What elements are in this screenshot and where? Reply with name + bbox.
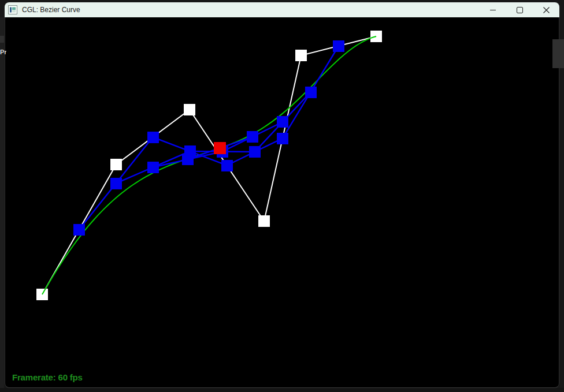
minimize-button[interactable] bbox=[480, 2, 506, 17]
decasteljau-point bbox=[277, 133, 288, 144]
decasteljau-point bbox=[333, 40, 344, 52]
control-point[interactable] bbox=[258, 215, 270, 227]
app-window-icon bbox=[8, 5, 17, 14]
app-window: CGL: Bezier Curve Framerate: 60 fps bbox=[5, 2, 559, 388]
minimize-icon bbox=[490, 10, 496, 10]
decasteljau-point bbox=[249, 146, 261, 158]
control-polygon-line bbox=[42, 36, 376, 294]
titlebar[interactable]: CGL: Bezier Curve bbox=[5, 2, 559, 17]
opengl-viewport[interactable]: Framerate: 60 fps bbox=[5, 17, 559, 388]
control-point[interactable] bbox=[110, 159, 122, 170]
decasteljau-point bbox=[221, 160, 233, 171]
bezier-curve bbox=[42, 36, 376, 294]
curve-point bbox=[214, 142, 226, 154]
background-window-tab bbox=[0, 36, 4, 43]
decasteljau-point bbox=[277, 116, 288, 128]
decasteljau-point bbox=[305, 87, 317, 98]
decasteljau-point bbox=[110, 178, 122, 189]
background-window-edge bbox=[0, 17, 4, 388]
desktop-bottom-strip bbox=[0, 388, 564, 392]
control-point[interactable] bbox=[184, 104, 195, 115]
decasteljau-point bbox=[147, 162, 159, 173]
decasteljau-point bbox=[147, 132, 159, 143]
background-window-scrollbar bbox=[552, 39, 564, 68]
decasteljau-point bbox=[247, 131, 258, 143]
bezier-scene[interactable] bbox=[5, 17, 559, 388]
maximize-icon bbox=[517, 7, 523, 13]
control-point[interactable] bbox=[295, 50, 307, 61]
maximize-button[interactable] bbox=[506, 2, 533, 17]
background-window-text: Pr bbox=[0, 48, 6, 57]
window-title: CGL: Bezier Curve bbox=[22, 6, 80, 14]
decasteljau-point bbox=[73, 224, 85, 236]
close-icon bbox=[543, 7, 550, 13]
decasteljau-point bbox=[182, 154, 194, 165]
framerate-label: Framerate: 60 fps bbox=[12, 372, 83, 382]
close-button[interactable] bbox=[533, 2, 559, 17]
control-point[interactable] bbox=[36, 289, 48, 300]
desktop: { "window": { "title": "CGL: Bezier Curv… bbox=[0, 0, 564, 392]
